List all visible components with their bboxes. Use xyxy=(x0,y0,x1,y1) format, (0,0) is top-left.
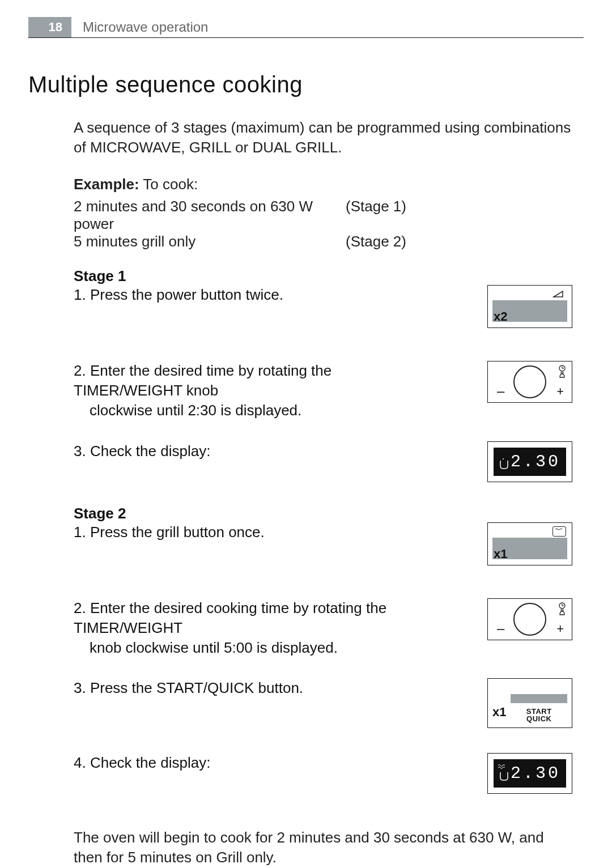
cup-icon xyxy=(498,457,511,473)
stage2-step2-text: 2. Enter the desired cooking time by rot… xyxy=(74,598,414,658)
display-value: 2.30 xyxy=(511,764,560,783)
stage2-step2-line1: 2. Enter the desired cooking time by rot… xyxy=(74,599,386,636)
start-quick-button: START QUICK xyxy=(511,694,567,723)
cup-icon xyxy=(498,769,511,784)
display-figure-1: 2.30 xyxy=(487,441,572,482)
stage2-step4-text: 4. Check the display: xyxy=(74,753,414,773)
stage1-step3-row: 3. Check the display: 2.30 xyxy=(74,441,572,482)
section-title: Multiple sequence cooking xyxy=(28,72,584,97)
stage2-step1-row: 1. Press the grill button once. x1 xyxy=(74,522,572,565)
timer-knob-figure-2: – + xyxy=(487,598,572,640)
stage1-heading: Stage 1 xyxy=(74,267,572,285)
minus-icon: – xyxy=(497,383,504,399)
press-count-label: x2 xyxy=(494,309,507,324)
display-screen: 2.30 xyxy=(494,448,566,476)
svg-rect-3 xyxy=(561,372,563,373)
example-line-2-left: 5 minutes grill only xyxy=(74,233,346,250)
press-count-label: x1 xyxy=(494,547,507,561)
stage1-step2-text: 2. Enter the desired time by rotating th… xyxy=(74,361,414,420)
minus-icon: – xyxy=(497,620,504,636)
quick-label: QUICK xyxy=(511,715,567,723)
knob-icon xyxy=(513,603,546,636)
stage2-step4-row: 4. Check the display: 2.30 xyxy=(74,753,572,794)
page-number: 18 xyxy=(28,17,71,37)
power-button-figure: x2 xyxy=(487,285,572,328)
example-lead: To cook: xyxy=(139,176,198,193)
stage2-step3-row: 3. Press the START/QUICK button. x1 STAR… xyxy=(74,678,572,728)
stage2-step1-text: 1. Press the grill button once. xyxy=(74,522,414,542)
page-header: 18 Microwave operation xyxy=(28,17,584,38)
running-head: Microwave operation xyxy=(71,17,208,37)
stage1-step3-text: 3. Check the display: xyxy=(74,441,414,461)
display-figure-2: 2.30 xyxy=(487,753,572,794)
stage1-step1-row: 1. Press the power button twice. x2 xyxy=(74,285,572,328)
stage1-step2-line2: clockwise until 2:30 is displayed. xyxy=(74,401,414,420)
example-line-2-right: (Stage 2) xyxy=(346,233,572,250)
intro-paragraph: A sequence of 3 stages (maximum) can be … xyxy=(74,118,572,158)
svg-rect-8 xyxy=(561,610,563,611)
start-label: START xyxy=(511,708,567,716)
grill-button-figure: x1 xyxy=(487,522,572,565)
example-label: Example: xyxy=(74,176,139,193)
timer-knob-figure: – + xyxy=(487,361,572,403)
page: 18 Microwave operation Multiple sequence… xyxy=(0,0,612,868)
svg-point-4 xyxy=(503,458,504,459)
stage2-step2-row: 2. Enter the desired cooking time by rot… xyxy=(74,598,572,658)
plus-icon: + xyxy=(556,384,564,399)
stage2-heading: Stage 2 xyxy=(74,505,572,522)
grill-icon xyxy=(552,526,566,537)
example-line-1: 2 minutes and 30 seconds on 630 W power … xyxy=(74,198,572,233)
example-line-1-left: 2 minutes and 30 seconds on 630 W power xyxy=(74,198,346,233)
display-value: 2.30 xyxy=(511,452,560,471)
example-line-1-right: (Stage 1) xyxy=(346,198,572,233)
stage1-step1-text: 1. Press the power button twice. xyxy=(74,285,414,305)
stage1-step2-row: 2. Enter the desired time by rotating th… xyxy=(74,361,572,420)
knob-icon xyxy=(513,365,546,398)
display-screen: 2.30 xyxy=(494,759,566,788)
example-block: Example: To cook: xyxy=(74,175,572,194)
power-level-icon xyxy=(552,290,566,298)
press-count-label: x1 xyxy=(492,705,506,723)
body: A sequence of 3 stages (maximum) can be … xyxy=(74,118,572,867)
stage2-step2-line2: knob clockwise until 5:00 is displayed. xyxy=(74,638,414,658)
stage1-step2-line1: 2. Enter the desired time by rotating th… xyxy=(74,362,332,399)
stage2-step3-text: 3. Press the START/QUICK button. xyxy=(74,678,414,698)
clock-weight-icon xyxy=(558,602,566,618)
closing-paragraph: The oven will begin to cook for 2 minute… xyxy=(74,828,572,867)
button-face xyxy=(511,694,567,703)
example-line-2: 5 minutes grill only (Stage 2) xyxy=(74,233,572,250)
plus-icon: + xyxy=(556,622,564,636)
clock-weight-icon xyxy=(558,365,566,381)
start-quick-figure: x1 START QUICK xyxy=(487,678,572,728)
